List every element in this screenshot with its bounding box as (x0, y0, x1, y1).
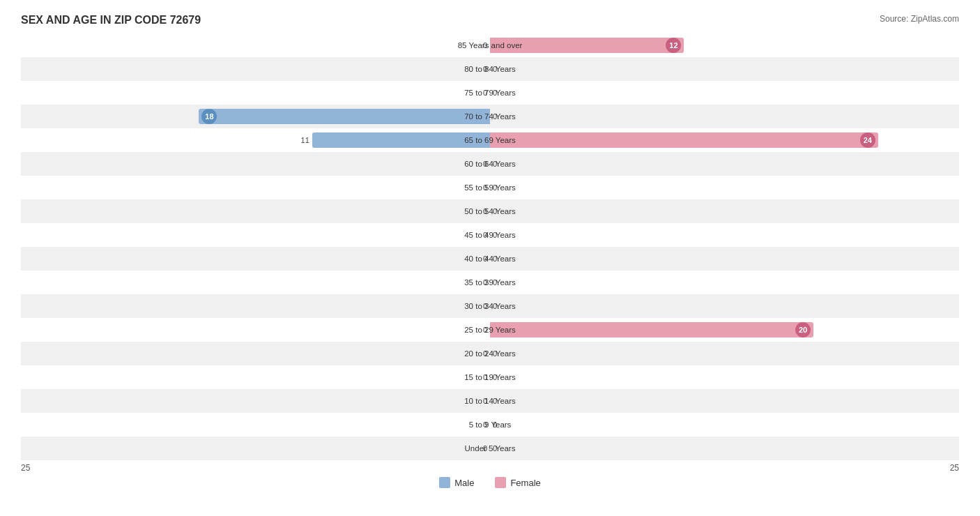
female-cell: 20 (490, 318, 959, 342)
male-value: 0 (477, 41, 487, 50)
legend-male-label: Male (454, 478, 474, 488)
legend: Male Female (21, 477, 959, 488)
bar-row: 075 to 79 Years0 (21, 81, 959, 105)
male-value: 0 (477, 183, 487, 192)
female-cell: 0 (490, 437, 959, 460)
male-value: 0 (477, 373, 487, 381)
male-value: 0 (477, 207, 487, 215)
female-value-bubble: 20 (795, 322, 811, 337)
male-bar: 18 (199, 109, 490, 124)
female-bar: 24 (490, 132, 878, 148)
female-value: 0 (493, 183, 503, 192)
male-cell: 0 (21, 389, 490, 413)
male-value: 0 (477, 397, 487, 405)
bar-row: 015 to 19 Years0 (21, 365, 959, 389)
legend-female: Female (495, 477, 540, 488)
female-bar: 20 (490, 322, 813, 337)
male-cell: 0 (21, 33, 490, 57)
bar-row: 055 to 59 Years0 (21, 176, 959, 199)
male-value: 0 (477, 444, 487, 453)
legend-male-box (439, 477, 450, 488)
female-cell: 0 (490, 81, 959, 105)
axis-left: 25 (21, 463, 30, 473)
female-value: 0 (493, 349, 503, 358)
female-cell: 0 (490, 294, 959, 318)
male-value: 0 (477, 231, 487, 239)
male-cell: 0 (21, 294, 490, 318)
male-cell: 0 (21, 365, 490, 389)
female-cell: 0 (490, 389, 959, 413)
bar-row: 035 to 39 Years0 (21, 271, 959, 294)
male-value-bubble: 18 (201, 109, 217, 124)
male-cell: 0 (21, 318, 490, 342)
legend-female-label: Female (510, 478, 540, 488)
female-value: 0 (493, 373, 503, 381)
source-label: Source: ZipAtlas.com (880, 14, 959, 24)
female-cell: 0 (490, 271, 959, 294)
bar-row: 1165 to 69 Years24 (21, 128, 959, 152)
female-cell: 0 (490, 365, 959, 389)
male-value: 0 (477, 278, 487, 287)
female-value: 0 (493, 160, 503, 168)
bar-row: 0Under 5 Years0 (21, 437, 959, 460)
female-cell: 0 (490, 105, 959, 128)
female-cell: 0 (490, 199, 959, 223)
male-cell: 0 (21, 437, 490, 460)
bar-row: 080 to 84 Years0 (21, 57, 959, 81)
female-value: 0 (493, 89, 503, 97)
male-cell: 0 (21, 81, 490, 105)
female-cell: 0 (490, 57, 959, 81)
female-bar: 12 (490, 38, 684, 53)
legend-female-box (495, 477, 506, 488)
bar-row: 085 Years and over12 (21, 33, 959, 57)
male-value: 0 (477, 89, 487, 97)
female-cell: 0 (490, 223, 959, 247)
male-value: 0 (477, 255, 487, 263)
male-value: 0 (477, 326, 487, 334)
male-value: 0 (477, 420, 487, 429)
male-bar (312, 132, 490, 148)
bar-row: 060 to 64 Years0 (21, 152, 959, 176)
female-cell: 0 (490, 247, 959, 271)
male-value: 11 (300, 136, 309, 144)
female-cell: 24 (490, 128, 959, 152)
bar-row: 025 to 29 Years20 (21, 318, 959, 342)
rows-wrapper: 085 Years and over12080 to 84 Years0075 … (21, 33, 959, 460)
female-cell: 0 (490, 342, 959, 365)
bar-row: 020 to 24 Years0 (21, 342, 959, 365)
female-value-bubble: 24 (860, 132, 875, 148)
female-value: 0 (493, 207, 503, 215)
bar-row: 050 to 54 Years0 (21, 199, 959, 223)
bar-row: 045 to 49 Years0 (21, 223, 959, 247)
bar-row: 030 to 34 Years0 (21, 294, 959, 318)
female-value: 0 (493, 231, 503, 239)
male-cell: 0 (21, 57, 490, 81)
male-value: 0 (477, 160, 487, 168)
male-cell: 11 (21, 128, 490, 152)
male-cell: 0 (21, 199, 490, 223)
chart-container: SEX AND AGE IN ZIP CODE 72679 Source: Zi… (0, 0, 980, 516)
axis-labels: 25 25 (21, 463, 959, 473)
male-cell: 0 (21, 223, 490, 247)
female-cell: 0 (490, 176, 959, 199)
female-value: 0 (493, 420, 503, 429)
female-value: 0 (493, 255, 503, 263)
male-cell: 18 (21, 105, 490, 128)
male-value: 0 (477, 349, 487, 358)
female-cell: 0 (490, 413, 959, 437)
bar-row: 1870 to 74 Years0 (21, 105, 959, 128)
female-value: 0 (493, 65, 503, 73)
male-value: 0 (477, 302, 487, 310)
male-cell: 0 (21, 342, 490, 365)
female-value: 0 (493, 112, 503, 121)
female-value: 0 (493, 278, 503, 287)
bar-row: 05 to 9 Years0 (21, 413, 959, 437)
male-cell: 0 (21, 413, 490, 437)
female-value: 0 (493, 302, 503, 310)
female-value: 0 (493, 444, 503, 453)
male-cell: 0 (21, 176, 490, 199)
bar-row: 010 to 14 Years0 (21, 389, 959, 413)
female-value: 0 (493, 397, 503, 405)
male-value: 0 (477, 65, 487, 73)
bar-row: 040 to 44 Years0 (21, 247, 959, 271)
